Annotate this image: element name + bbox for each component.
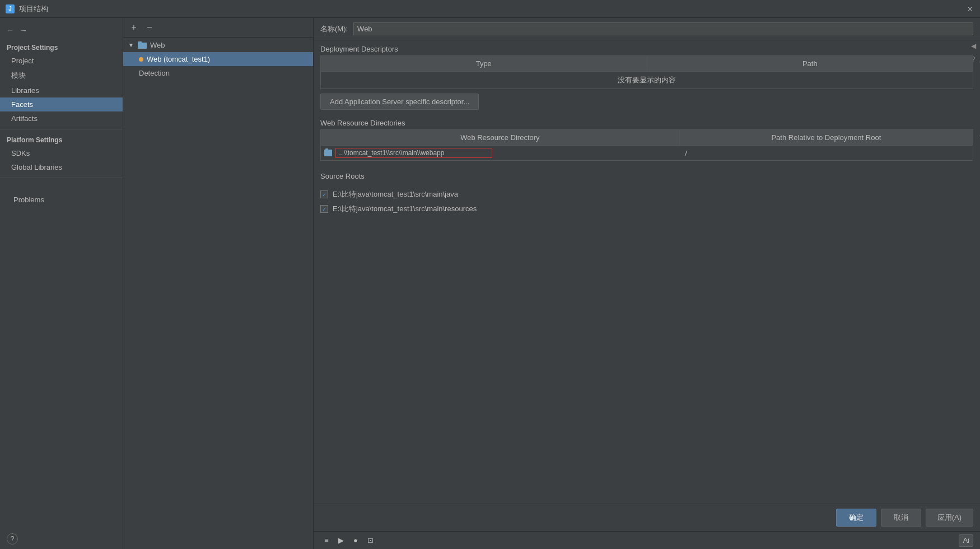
col-web-dir: Web Resource Directory bbox=[321, 130, 680, 146]
source-root-checkbox-1[interactable] bbox=[320, 205, 328, 213]
tree-web-group[interactable]: ▼ Web bbox=[123, 38, 313, 52]
detection-label: Detection bbox=[139, 69, 170, 77]
source-root-row-1: E:\比特java\tomcat_test1\src\main\resource… bbox=[320, 202, 973, 216]
svg-rect-1 bbox=[138, 41, 142, 44]
web-resource-table: Web Resource Directory Path Relative to … bbox=[320, 129, 973, 161]
close-button[interactable]: × bbox=[965, 4, 974, 13]
sidebar: ← → Project Settings Project 模块 Librarie… bbox=[0, 18, 123, 549]
add-server-button[interactable]: Add Application Server specific descript… bbox=[320, 94, 479, 110]
web-dir-cell bbox=[321, 146, 679, 160]
name-row: 名称(M): bbox=[314, 18, 980, 40]
sidebar-divider bbox=[0, 129, 123, 129]
web-folder-icon bbox=[138, 40, 147, 49]
nav-forward-button[interactable]: → bbox=[18, 25, 29, 36]
title-bar-left: J 项目结构 bbox=[6, 4, 48, 14]
tree-web-tomcat-label: Web (tomcat_test1) bbox=[147, 55, 210, 63]
remove-facet-button[interactable]: − bbox=[143, 21, 156, 34]
project-settings-header: Project Settings bbox=[0, 40, 123, 54]
main-layout: ← → Project Settings Project 模块 Librarie… bbox=[0, 18, 980, 549]
tree-expand-arrow: ▼ bbox=[128, 41, 134, 48]
deployment-table: Type Path 没有要显示的内容 bbox=[320, 55, 973, 89]
source-root-checkbox-0[interactable] bbox=[320, 190, 328, 198]
bottom-menu-icon[interactable]: ≡ bbox=[320, 534, 333, 547]
apply-button[interactable]: 应用(A) bbox=[926, 509, 973, 527]
sidebar-item-libraries[interactable]: Libraries bbox=[0, 83, 123, 97]
ai-button[interactable]: Ai bbox=[959, 534, 973, 547]
empty-message: 没有要显示的内容 bbox=[321, 72, 973, 89]
title-text: 项目结构 bbox=[19, 4, 48, 14]
sidebar-item-problems[interactable]: Problems bbox=[7, 193, 116, 207]
name-input[interactable] bbox=[353, 22, 973, 35]
nav-back-button[interactable]: ← bbox=[4, 25, 16, 36]
add-server-btn-wrapper: Add Application Server specific descript… bbox=[314, 89, 980, 114]
path-relative-cell: / bbox=[679, 146, 973, 161]
add-facet-button[interactable]: + bbox=[128, 21, 140, 34]
sidebar-item-facets[interactable]: Facets bbox=[0, 97, 123, 111]
folder-small-icon bbox=[324, 150, 332, 156]
source-roots-section: E:\比特java\tomcat_test1\src\main\java E:\… bbox=[314, 183, 980, 221]
bottom-run-icon[interactable]: ▶ bbox=[335, 534, 347, 547]
content-area: Deployment Descriptors Type Path 没有要显示的内… bbox=[314, 40, 980, 504]
add-descriptor-button[interactable]: + bbox=[976, 55, 980, 69]
sidebar-item-project[interactable]: Project bbox=[0, 54, 123, 68]
col-path: Path bbox=[647, 56, 973, 72]
col-path-relative: Path Relative to Deployment Root bbox=[679, 130, 973, 146]
sidebar-item-artifacts[interactable]: Artifacts bbox=[0, 111, 123, 125]
sidebar-item-global-libraries[interactable]: Global Libraries bbox=[0, 160, 123, 174]
source-root-row-0: E:\比特java\tomcat_test1\src\main\java bbox=[320, 187, 973, 202]
sidebar-nav-buttons: ← → bbox=[0, 22, 123, 38]
sidebar-item-modules[interactable]: 模块 bbox=[0, 68, 123, 83]
bottom-bar: 确定 取消 应用(A) bbox=[314, 504, 980, 531]
source-roots-title: Source Roots bbox=[314, 168, 980, 183]
name-label: 名称(M): bbox=[320, 24, 348, 34]
bottom-debug-icon[interactable]: ⊡ bbox=[364, 534, 376, 547]
scroll-left-icon[interactable]: ◀ bbox=[968, 40, 979, 52]
tree-detection-item[interactable]: Detection bbox=[123, 66, 313, 80]
orange-dot-icon bbox=[139, 57, 143, 62]
tree-web-tomcat-item[interactable]: Web (tomcat_test1) bbox=[123, 52, 313, 66]
web-resource-row: / bbox=[321, 146, 973, 161]
web-resource-title: Web Resource Directories bbox=[314, 114, 980, 129]
source-root-path-1: E:\比特java\tomcat_test1\src\main\resource… bbox=[333, 204, 477, 214]
content-panel: ◀ ? 名称(M): Deployment Descriptors Type P… bbox=[314, 18, 980, 549]
app-icon: J bbox=[6, 4, 15, 13]
web-dir-input[interactable] bbox=[335, 148, 492, 158]
cancel-button[interactable]: 取消 bbox=[881, 509, 921, 527]
problems-section: Problems bbox=[0, 182, 123, 211]
path-relative-value: / bbox=[685, 149, 687, 157]
add-web-resource-button[interactable]: + bbox=[976, 129, 980, 143]
middle-panel: + − ▼ Web Web (tomcat_test1) Detection bbox=[123, 18, 314, 549]
confirm-button[interactable]: 确定 bbox=[836, 509, 876, 527]
source-root-path-0: E:\比特java\tomcat_test1\src\main\java bbox=[333, 189, 458, 199]
middle-toolbar: + − bbox=[123, 18, 313, 38]
deployment-descriptors-title: Deployment Descriptors bbox=[314, 40, 980, 55]
sidebar-help-button[interactable]: ? bbox=[7, 533, 18, 545]
deployment-table-wrapper: Type Path 没有要显示的内容 + bbox=[320, 55, 973, 89]
tree-web-label: Web bbox=[150, 41, 165, 49]
col-type: Type bbox=[321, 56, 647, 72]
sidebar-divider-2 bbox=[0, 178, 123, 178]
title-bar: J 项目结构 × bbox=[0, 0, 980, 18]
bottom-record-icon[interactable]: ● bbox=[349, 534, 362, 547]
web-resource-table-wrapper: Web Resource Directory Path Relative to … bbox=[320, 129, 973, 161]
sidebar-item-sdks[interactable]: SDKs bbox=[0, 146, 123, 160]
platform-settings-header: Platform Settings bbox=[0, 133, 123, 146]
bottom-toolbar: ≡ ▶ ● ⊡ Ai bbox=[314, 531, 980, 549]
